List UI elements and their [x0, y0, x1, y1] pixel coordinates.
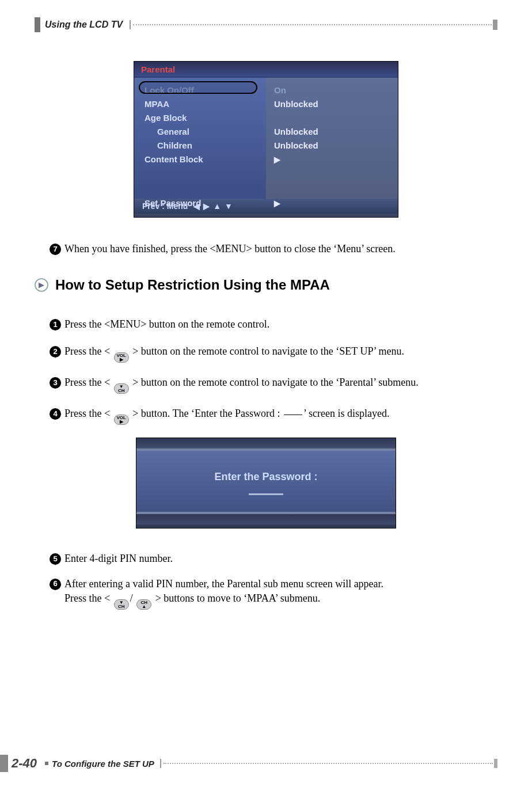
section-header: ▶ How to Setup Restriction Using the MPA…	[35, 277, 497, 293]
page-footer: 2-40 To Configure the SET UP	[0, 755, 532, 772]
step-number-badge: 2	[50, 346, 61, 358]
step-number-badge: 5	[50, 553, 61, 565]
step-6: 6 After entering a valid PIN number, the…	[50, 577, 497, 610]
ch-up-button-icon: CH▲	[136, 599, 151, 610]
step-5: 5 Enter 4-digit PIN number.	[50, 552, 497, 566]
step-7: 7 When you have finished, press the <MEN…	[50, 242, 497, 256]
password-entry-line	[249, 493, 283, 495]
step-4-text: Press the < VOL▶ > button. The ‘Enter th…	[64, 406, 497, 425]
header-dotted-rule	[130, 20, 497, 30]
osd-row-contentblock: Content Block	[140, 153, 260, 166]
footer-bullet-icon	[45, 762, 48, 765]
password-prompt-label: Enter the Password :	[214, 471, 317, 483]
ch-down-button-icon: ▼CH	[114, 599, 129, 610]
footer-section-label: To Configure the SET UP	[52, 759, 154, 769]
vol-right-button-icon: VOL▶	[114, 352, 129, 363]
step-2: 2 Press the < VOL▶ > button on the remot…	[50, 344, 497, 363]
osd-row-general: General	[140, 125, 260, 139]
step-4: 4 Press the < VOL▶ > button. The ‘Enter …	[50, 406, 497, 425]
osd-row-children: Children	[140, 139, 260, 153]
step-1: 1 Press the <MENU> button on the remote …	[50, 317, 497, 332]
osd-title: Parental	[134, 62, 266, 77]
header-title: Using the LCD TV	[45, 20, 123, 30]
section-title: How to Setup Restriction Using the MPAA	[55, 277, 330, 293]
password-blank-line	[284, 415, 302, 415]
osd-val-children: Unblocked	[274, 139, 390, 153]
step-number-badge: 4	[50, 408, 61, 420]
osd-row-mpaa: MPAA	[140, 97, 260, 111]
step-number-badge: 7	[50, 244, 61, 255]
step-3-text: Press the < ▼CH > button on the remote c…	[64, 375, 497, 394]
step-1-text: Press the <MENU> button on the remote co…	[64, 317, 497, 332]
section-bullet-icon: ▶	[35, 278, 48, 292]
osd-val-setpassword: ▶	[274, 196, 390, 210]
step-number-badge: 3	[50, 377, 61, 389]
footer-ornament-bar	[0, 755, 8, 772]
page-header: Using the LCD TV	[35, 17, 497, 32]
step-2-text: Press the < VOL▶ > button on the remote …	[64, 344, 497, 363]
osd-parental-menu: Parental Lock On/Off MPAA Age Block Gene…	[134, 61, 398, 218]
osd-val-mpaa: Unblocked	[274, 97, 390, 111]
osd-row-setpassword: Set Password	[140, 196, 260, 210]
osd-enter-password: Enter the Password :	[136, 438, 396, 529]
osd-val-general: Unblocked	[274, 125, 390, 139]
step-3: 3 Press the < ▼CH > button on the remote…	[50, 375, 497, 394]
step-number-badge: 1	[50, 319, 61, 330]
footer-dotted-rule	[160, 759, 497, 768]
step-7-text: When you have finished, press the <MENU>…	[64, 242, 497, 256]
vol-right-button-icon: VOL▶	[114, 415, 129, 425]
ch-down-button-icon: ▼CH	[114, 383, 129, 394]
osd-row-ageblock: Age Block	[140, 111, 260, 125]
osd-selection-highlight	[139, 81, 257, 94]
page-number: 2-40	[12, 756, 37, 771]
header-ornament-bar	[35, 17, 40, 32]
osd-val-lock: On	[274, 83, 390, 97]
step-5-text: Enter 4-digit PIN number.	[64, 552, 497, 566]
step-number-badge: 6	[50, 579, 61, 590]
osd-val-contentblock: ▶	[274, 153, 390, 166]
step-6-text: After entering a valid PIN number, the P…	[64, 577, 497, 610]
